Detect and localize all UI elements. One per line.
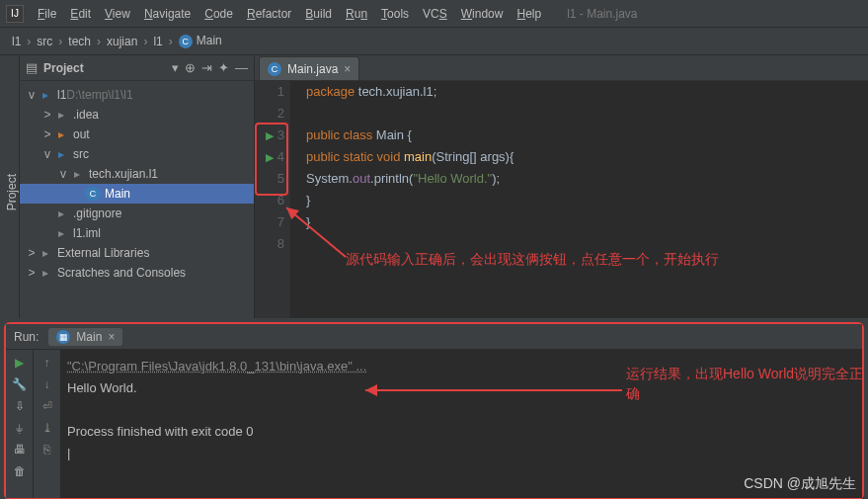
caret-line: | xyxy=(67,443,856,464)
editor: C Main.java × 12▶ 3▶ 45678 package tech.… xyxy=(255,55,868,318)
down-icon[interactable]: ⇩ xyxy=(15,399,25,413)
chevron-right-icon: › xyxy=(167,35,175,48)
menu-item[interactable]: Tools xyxy=(375,4,415,24)
menu-item[interactable]: Window xyxy=(455,4,510,24)
scroll-icon[interactable]: ⤓ xyxy=(42,421,52,435)
down-arrow-icon[interactable]: ↓ xyxy=(44,377,50,391)
project-pane-title: Project xyxy=(43,61,166,75)
run-header: Run: ▦ Main × xyxy=(6,324,862,350)
main-menu: FileEditViewNavigateCodeRefactorBuildRun… xyxy=(32,4,547,24)
project-pane-header: ▤ Project ▾ ⊕ ⇥ ✦ — xyxy=(20,55,254,81)
chevron-right-icon: › xyxy=(56,35,64,48)
menu-item[interactable]: Refactor xyxy=(241,4,297,24)
stdout-line: Hello World. xyxy=(67,377,856,399)
menu-item[interactable]: Navigate xyxy=(138,4,197,24)
tree-item[interactable]: v▸src xyxy=(20,144,254,164)
tree-item[interactable]: CMain xyxy=(20,184,254,204)
run-gutter-icon[interactable]: ▶ xyxy=(266,129,274,141)
chevron-right-icon: › xyxy=(25,35,33,48)
tree-item[interactable]: >▸External Libraries xyxy=(20,243,254,263)
crumb[interactable]: l1 xyxy=(8,35,25,48)
delete-icon[interactable]: 🗑 xyxy=(14,464,26,478)
run-gutter-icon[interactable]: ▶ xyxy=(266,151,274,163)
project-tree[interactable]: v▸l1 D:\temp\l1\l1>▸.idea>▸outv▸srcv▸tec… xyxy=(20,81,254,318)
run-subtoolbar: ↑ ↓ ⏎ ⤓ ⎘ xyxy=(34,350,61,498)
menu-item[interactable]: Build xyxy=(299,4,338,24)
run-tab-label: Main xyxy=(76,330,102,344)
menu-item[interactable]: Run xyxy=(340,4,373,24)
code-content[interactable]: package tech.xujian.l1; public class Mai… xyxy=(290,81,868,318)
close-icon[interactable]: × xyxy=(344,62,351,76)
top-menu-bar: IJ FileEditViewNavigateCodeRefactorBuild… xyxy=(0,0,868,28)
gutter[interactable]: 12▶ 3▶ 45678 xyxy=(255,81,290,318)
crumb-class[interactable]: CMain xyxy=(175,34,226,48)
exit-line: Process finished with exit code 0 xyxy=(67,421,856,443)
crumb[interactable]: l1 xyxy=(149,35,166,48)
filter-icon[interactable]: ⏚ xyxy=(16,421,23,435)
app-icon: IJ xyxy=(6,5,24,23)
chevron-right-icon: › xyxy=(141,35,149,48)
run-tab-main[interactable]: ▦ Main × xyxy=(48,328,122,346)
menu-item[interactable]: View xyxy=(99,4,136,24)
hide-icon[interactable]: — xyxy=(235,60,248,75)
wrap-icon[interactable]: ⏎ xyxy=(42,399,52,413)
export-icon[interactable]: ⎘ xyxy=(43,443,50,457)
pane-dropdown-icon[interactable]: ▾ xyxy=(172,60,179,75)
run-title: Run: xyxy=(14,330,39,344)
run-command: "C:\Program Files\Java\jdk1.8.0_131\bin\… xyxy=(67,356,856,377)
class-icon: C xyxy=(268,62,281,76)
tree-item[interactable]: ▸.gitignore xyxy=(20,204,254,223)
tree-item[interactable]: v▸l1 D:\temp\l1\l1 xyxy=(20,85,254,105)
class-icon: ▦ xyxy=(56,330,70,344)
menu-item[interactable]: VCS xyxy=(417,4,453,24)
editor-tabs: C Main.java × xyxy=(255,55,868,81)
watermark: CSDN @成旭先生 xyxy=(744,475,856,493)
up-arrow-icon[interactable]: ↑ xyxy=(44,356,50,370)
project-tool-tab[interactable]: Project xyxy=(0,55,20,318)
tab-label: Main.java xyxy=(287,62,338,76)
collapse-icon[interactable]: ⇥ xyxy=(201,60,212,75)
print-icon[interactable]: 🖶 xyxy=(14,443,26,457)
run-tool-window: Run: ▦ Main × ▶ 🔧 ⇩ ⏚ 🖶 🗑 ↑ ↓ ⏎ ⤓ ⎘ "C:\… xyxy=(4,322,864,499)
wrench-icon[interactable]: 🔧 xyxy=(12,377,27,391)
console-output[interactable]: "C:\Program Files\Java\jdk1.8.0_131\bin\… xyxy=(61,350,862,498)
tree-item[interactable]: ▸l1.iml xyxy=(20,223,254,243)
crumb[interactable]: src xyxy=(33,35,56,48)
close-icon[interactable]: × xyxy=(108,330,115,344)
tree-item[interactable]: v▸tech.xujian.l1 xyxy=(20,164,254,184)
crumb[interactable]: xujian xyxy=(103,35,141,48)
window-title: l1 - Main.java xyxy=(567,7,637,21)
tree-item[interactable]: >▸.idea xyxy=(20,105,254,125)
menu-item[interactable]: Edit xyxy=(64,4,97,24)
rerun-icon[interactable]: ▶ xyxy=(15,356,24,370)
editor-tab-main[interactable]: C Main.java × xyxy=(259,56,359,80)
tree-item[interactable]: >▸out xyxy=(20,125,254,144)
settings-icon[interactable]: ✦ xyxy=(218,60,229,75)
project-view-icon[interactable]: ▤ xyxy=(26,60,38,75)
project-pane: ▤ Project ▾ ⊕ ⇥ ✦ — v▸l1 D:\temp\l1\l1>▸… xyxy=(20,55,255,318)
menu-item[interactable]: Help xyxy=(511,4,547,24)
code-area[interactable]: 12▶ 3▶ 45678 package tech.xujian.l1; pub… xyxy=(255,81,868,318)
chevron-right-icon: › xyxy=(95,35,103,48)
locate-icon[interactable]: ⊕ xyxy=(185,60,196,75)
tree-item[interactable]: >▸Scratches and Consoles xyxy=(20,263,254,283)
run-toolbar: ▶ 🔧 ⇩ ⏚ 🖶 🗑 xyxy=(6,350,34,498)
menu-item[interactable]: File xyxy=(32,4,62,24)
crumb[interactable]: tech xyxy=(64,35,95,48)
menu-item[interactable]: Code xyxy=(198,4,239,24)
breadcrumb: l1›src›tech›xujian›l1›CMain xyxy=(0,28,868,55)
